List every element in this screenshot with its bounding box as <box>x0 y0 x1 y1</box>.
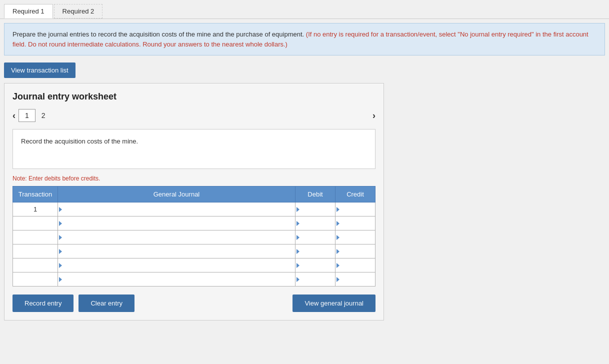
worksheet-title: Journal entry worksheet <box>12 92 376 102</box>
input-general-2[interactable] <box>65 233 293 242</box>
arrow-debit-0 <box>296 207 300 212</box>
cell-general-0[interactable] <box>58 202 296 216</box>
arrow-general-4 <box>59 263 62 268</box>
input-credit-4[interactable] <box>342 261 373 270</box>
input-credit-5[interactable] <box>342 275 373 284</box>
input-credit-0[interactable] <box>342 205 373 214</box>
cell-credit-5[interactable] <box>336 272 376 286</box>
input-debit-2[interactable] <box>302 233 333 242</box>
arrow-general-5 <box>59 277 62 282</box>
note-text: Note: Enter debits before credits. <box>12 175 376 182</box>
journal-worksheet: Journal entry worksheet ‹ 1 2 › Record t… <box>4 83 384 320</box>
cell-debit-2[interactable] <box>296 230 336 244</box>
cell-transaction-2 <box>13 230 58 244</box>
instruction-main: Prepare the journal entries to record th… <box>12 30 304 38</box>
cell-general-3[interactable] <box>58 244 296 258</box>
view-transaction-button[interactable]: View transaction list <box>4 62 76 78</box>
arrow-credit-4 <box>336 263 340 268</box>
next-page-arrow[interactable]: › <box>372 110 376 121</box>
cell-credit-1[interactable] <box>336 216 376 230</box>
input-debit-3[interactable] <box>302 247 333 256</box>
arrow-debit-4 <box>296 263 300 268</box>
description-box: Record the acquisition costs of the mine… <box>12 129 376 169</box>
arrow-debit-1 <box>296 221 300 226</box>
view-general-journal-button[interactable]: View general journal <box>292 294 376 312</box>
cell-transaction-0: 1 <box>13 202 58 216</box>
cell-credit-3[interactable] <box>336 244 376 258</box>
input-general-0[interactable] <box>65 205 293 214</box>
cell-debit-0[interactable] <box>296 202 336 216</box>
cell-transaction-3 <box>13 244 58 258</box>
input-debit-1[interactable] <box>302 219 333 228</box>
table-row <box>13 258 376 272</box>
cell-debit-4[interactable] <box>296 258 336 272</box>
record-entry-button[interactable]: Record entry <box>12 294 74 312</box>
cell-general-2[interactable] <box>58 230 296 244</box>
description-text: Record the acquisition costs of the mine… <box>21 138 138 145</box>
cell-credit-2[interactable] <box>336 230 376 244</box>
cell-credit-4[interactable] <box>336 258 376 272</box>
arrow-general-0 <box>59 207 62 212</box>
input-credit-2[interactable] <box>342 233 373 242</box>
col-header-transaction: Transaction <box>13 186 58 202</box>
arrow-credit-5 <box>336 277 340 282</box>
col-header-credit: Credit <box>336 186 376 202</box>
cell-general-4[interactable] <box>58 258 296 272</box>
input-credit-3[interactable] <box>342 247 373 256</box>
current-page-number: 1 <box>25 112 29 120</box>
page2-number[interactable]: 2 <box>38 110 48 122</box>
table-row <box>13 272 376 286</box>
tab-required1[interactable]: Required 1 <box>4 4 53 18</box>
arrow-credit-0 <box>336 207 340 212</box>
arrow-credit-1 <box>336 221 340 226</box>
input-debit-4[interactable] <box>302 261 333 270</box>
bottom-buttons: Record entry Clear entry View general jo… <box>12 294 376 312</box>
input-general-3[interactable] <box>65 247 293 256</box>
cell-debit-3[interactable] <box>296 244 336 258</box>
cell-transaction-1 <box>13 216 58 230</box>
input-general-5[interactable] <box>65 275 293 284</box>
cell-debit-1[interactable] <box>296 216 336 230</box>
tab-required1-label: Required 1 <box>12 8 44 15</box>
col-header-general-journal: General Journal <box>58 186 296 202</box>
arrow-credit-2 <box>336 235 340 240</box>
table-row <box>13 216 376 230</box>
cell-debit-5[interactable] <box>296 272 336 286</box>
arrow-general-2 <box>59 235 62 240</box>
input-debit-0[interactable] <box>302 205 333 214</box>
arrow-general-3 <box>59 249 62 254</box>
arrow-debit-5 <box>296 277 300 282</box>
current-page-box[interactable]: 1 <box>18 109 36 122</box>
tab-required2-label: Required 2 <box>62 8 94 15</box>
table-row <box>13 230 376 244</box>
cell-general-5[interactable] <box>58 272 296 286</box>
arrow-general-1 <box>59 221 62 226</box>
tab-required2[interactable]: Required 2 <box>54 4 103 18</box>
prev-page-arrow[interactable]: ‹ <box>12 110 16 121</box>
table-row <box>13 244 376 258</box>
tabs-container: Required 1 Required 2 <box>0 0 609 19</box>
cell-transaction-4 <box>13 258 58 272</box>
input-credit-1[interactable] <box>342 219 373 228</box>
arrow-debit-2 <box>296 235 300 240</box>
input-debit-5[interactable] <box>302 275 333 284</box>
page-navigation: ‹ 1 2 › <box>12 109 376 122</box>
input-general-1[interactable] <box>65 219 293 228</box>
table-row: 1 <box>13 202 376 216</box>
input-general-4[interactable] <box>65 261 293 270</box>
cell-general-1[interactable] <box>58 216 296 230</box>
col-header-debit: Debit <box>296 186 336 202</box>
arrow-credit-3 <box>336 249 340 254</box>
arrow-debit-3 <box>296 249 300 254</box>
instruction-box: Prepare the journal entries to record th… <box>4 23 605 56</box>
clear-entry-button[interactable]: Clear entry <box>78 294 134 312</box>
cell-credit-0[interactable] <box>336 202 376 216</box>
journal-table: Transaction General Journal Debit Credit… <box>12 186 376 286</box>
cell-transaction-5 <box>13 272 58 286</box>
